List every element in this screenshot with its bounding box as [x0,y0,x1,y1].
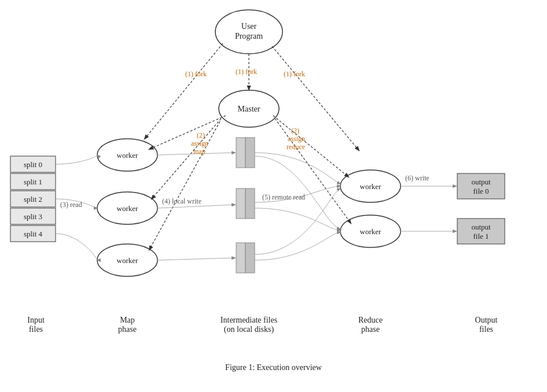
assign-map-worker3 [149,121,220,250]
worker1-label: worker [117,151,138,160]
worker3-inter-arrow [157,258,235,260]
fork3-label: (1) fork [284,70,305,78]
split4-label: split 4 [24,230,43,238]
assign-reduce-worker2 [275,119,351,223]
assign-map-label: (2) [197,131,205,139]
inter-bot-right [245,243,255,273]
user-program-label: User [241,22,257,31]
output1-label2: file 1 [473,232,489,241]
diagram-container: Input files Map phase Intermediate files… [0,0,547,358]
fork2-label: (1) fork [236,68,257,76]
split1-label: split 1 [24,177,42,186]
inter-top-left [236,138,245,168]
reduce-worker1-label: worker [360,182,381,191]
fork-to-worker1 [145,43,223,139]
figure-title: Figure 1: Execution overview [225,363,322,372]
assign-map-label3: map [193,147,205,156]
split2-label: split 2 [24,195,42,204]
output0-label2: file 0 [473,187,489,195]
user-program-label2: Program [235,32,263,40]
figure-caption: Figure 1: Execution overview [0,358,547,375]
main-diagram: Input files Map phase Intermediate files… [0,0,547,358]
inter-bot-reduce2 [255,232,340,260]
label-map-phase2: phase [118,325,137,334]
master-label: Master [238,105,260,113]
label-input-files: Input [27,316,45,324]
assign-reduce-label: (2) [291,127,299,135]
reduce-worker2-label: worker [360,227,381,236]
worker2-label: worker [117,204,138,213]
split0-label: split 0 [24,160,42,169]
label-map-phase: Map [120,316,135,324]
label-intermediate: Intermediate files [221,316,277,324]
fork-to-reduce [272,46,359,150]
label-output-files: Output [475,316,498,324]
label-input-files2: files [29,325,43,334]
worker3-label: worker [117,256,138,265]
remote-read-label: (5) remote read [262,193,305,201]
assign-reduce-label3: reduce [287,143,305,151]
output1-label: output [471,223,491,231]
label-reduce-phase: Reduce [358,316,383,324]
assign-reduce-label2: assign [288,135,305,143]
label-output-files2: files [479,325,493,334]
assign-map-label2: assign [191,139,208,147]
inter-top-reduce1 [255,153,340,184]
split3-label: split 3 [24,212,42,221]
label-intermediate2: (on local disks) [224,325,274,334]
inter-top-reduce2 [255,156,340,229]
write-label: (6) write [405,174,429,182]
output0-label: output [471,177,491,186]
inter-mid-left [236,188,245,219]
inter-mid-right [245,188,255,219]
inter-top-right [245,138,255,168]
read-label: (3) read [60,201,82,209]
label-reduce-phase2: phase [361,325,380,334]
assign-map-worker2 [152,119,221,199]
split-worker1-arrow [56,155,97,164]
inter-bot-left [236,243,245,273]
inter-mid-reduce2 [255,208,340,230]
local-write-label: (4) local write [162,197,201,205]
fork1-label: (1) fork [185,70,207,78]
split-worker3-arrow [56,234,97,260]
